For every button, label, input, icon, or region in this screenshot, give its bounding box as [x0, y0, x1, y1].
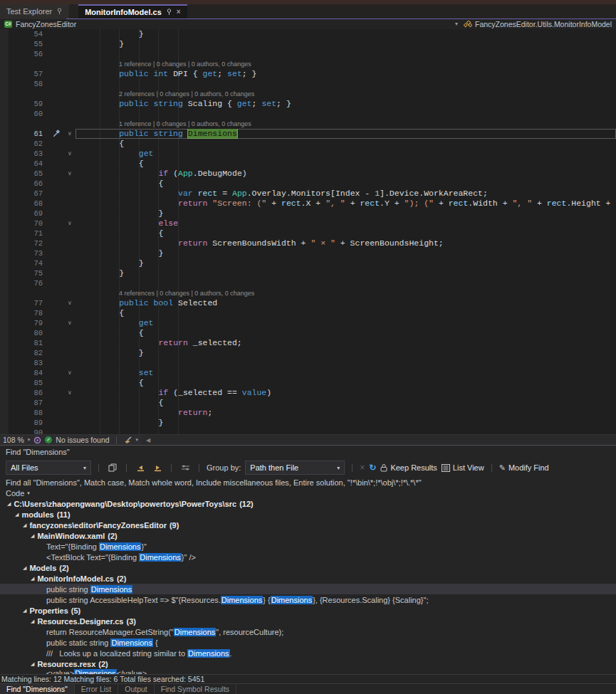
fold-chevron-icon[interactable]: ∨ [64, 298, 75, 308]
fold-chevron-icon[interactable]: ∨ [64, 219, 75, 228]
modify-find-button[interactable]: ✎ Modify Find [499, 463, 549, 473]
fold-chevron-icon[interactable]: ∨ [64, 169, 75, 179]
chevron-down-icon[interactable]: ▾ [455, 21, 458, 27]
code-line[interactable]: 79∨ get [0, 318, 616, 328]
refresh-icon[interactable]: ↻ [369, 463, 376, 473]
fold-chevron-icon[interactable]: ∨ [64, 388, 75, 398]
tab-monitorinfomodel[interactable]: MonitorInfoModel.cs × [78, 4, 187, 19]
code-line[interactable]: 82 } [0, 348, 616, 358]
code-line[interactable]: 56 [0, 49, 616, 59]
tree-group-row[interactable]: ◢MainWindow.xaml(2) [0, 530, 616, 541]
code-cleanup-broom-icon[interactable] [123, 436, 132, 444]
keep-results-button[interactable]: Keep Results [380, 463, 437, 472]
code-line[interactable]: 78 { [0, 308, 616, 318]
result-type-filter[interactable]: Code ▾ [0, 488, 616, 498]
tree-group-row[interactable]: ◢Resources.resx(2) [0, 658, 616, 669]
code-line[interactable]: 60 [0, 109, 616, 119]
code-line[interactable]: 67 var rect = App.Overlay.Monitors[Index… [0, 189, 616, 199]
code-line[interactable]: 83 [0, 358, 616, 368]
code-line[interactable]: 88 return; [0, 408, 616, 418]
tree-group-row[interactable]: ◢modules(11) [0, 509, 616, 520]
tree-match-row[interactable]: return ResourceManager.GetString("Dimens… [0, 626, 616, 637]
pin-icon[interactable] [56, 8, 63, 15]
expander-icon[interactable]: ◢ [31, 533, 34, 539]
copy-icon[interactable] [106, 461, 119, 474]
breadcrumb-type[interactable]: FancyZonesEditor.Utils.MonitorInfoModel [475, 20, 612, 28]
next-location-icon[interactable] [151, 461, 164, 474]
code-line[interactable]: 63∨ get [0, 149, 616, 159]
tree-group-row[interactable]: ◢Models(2) [0, 562, 616, 573]
codelens-indicator[interactable]: 4 references | 0 changes | 0 authors, 0 … [119, 290, 254, 297]
code-line[interactable]: 76 [0, 278, 616, 288]
code-line[interactable]: 55 } [0, 39, 616, 49]
fold-chevron-icon[interactable]: ∨ [64, 149, 75, 159]
codelens-row[interactable]: 1 reference | 0 changes | 0 authors, 0 c… [0, 119, 616, 129]
code-line[interactable]: 86∨ if (_selected == value) [0, 388, 616, 398]
tree-group-row[interactable]: ◢MonitorInfoModel.cs(2) [0, 573, 616, 584]
code-line[interactable]: 77∨ public bool Selected [0, 298, 616, 308]
expander-icon[interactable]: ◢ [23, 608, 26, 614]
breadcrumb-project[interactable]: FancyZonesEditor [16, 20, 76, 28]
quick-actions-screwdriver-icon[interactable] [48, 129, 64, 139]
tab-find-symbol-results[interactable]: Find Symbol Results [155, 684, 236, 694]
codelens-row[interactable]: 2 references | 0 changes | 0 authors, 0 … [0, 89, 616, 99]
tree-match-row[interactable]: public static string Dimensions { [0, 637, 616, 648]
code-line[interactable]: 75 } [0, 268, 616, 278]
code-line[interactable]: 72 return ScreenBoundsWidth + " × " + Sc… [0, 238, 616, 248]
codelens-row[interactable]: 1 reference | 0 changes | 0 authors, 0 c… [0, 59, 616, 69]
close-icon[interactable]: × [177, 9, 181, 16]
tree-match-row[interactable]: /// Looks up a localized string similar … [0, 648, 616, 658]
code-line[interactable]: 84∨ set [0, 368, 616, 378]
code-line[interactable]: 66 { [0, 179, 616, 189]
scope-select[interactable]: All Files▾ [6, 461, 91, 475]
fold-chevron-icon[interactable]: ∨ [64, 318, 75, 328]
tree-match-row[interactable]: <value>Dimensions</value> [0, 669, 616, 674]
chevron-down-icon[interactable]: ▾ [28, 437, 31, 443]
tree-group-row[interactable]: ◢Resources.Designer.cs(3) [0, 616, 616, 626]
expander-icon[interactable]: ◢ [31, 576, 34, 582]
zoom-level-select[interactable]: 108 % [3, 436, 24, 444]
feedback-icon[interactable] [33, 436, 41, 444]
code-line[interactable]: 62 { [0, 139, 616, 149]
code-line[interactable]: 69 } [0, 209, 616, 219]
chevron-down-icon[interactable]: ▾ [136, 437, 139, 443]
code-line[interactable]: 85 { [0, 378, 616, 388]
list-view-button[interactable]: List View [442, 463, 484, 472]
scroll-left-icon[interactable]: ◀ [146, 437, 150, 443]
previous-location-icon[interactable] [134, 461, 147, 474]
pin-icon[interactable] [166, 9, 172, 16]
code-line[interactable]: 74 } [0, 258, 616, 268]
code-line[interactable]: 54 } [0, 29, 616, 39]
tree-group-row[interactable]: ◢Properties(5) [0, 605, 616, 616]
expander-icon[interactable]: ◢ [23, 522, 26, 528]
tab-test-explorer[interactable]: Test Explorer [0, 4, 69, 19]
group-by-select[interactable]: Path then File▾ [245, 461, 345, 475]
tree-group-row[interactable]: ◢fancyzones\editor\FancyZonesEditor(9) [0, 520, 616, 530]
code-line[interactable]: 59 public string Scaling { get; set; } [0, 99, 616, 109]
tab-find-dimensions[interactable]: Find "Dimensions" [0, 684, 75, 694]
horizontal-scrollbar[interactable]: ◀ [142, 435, 616, 445]
expander-icon[interactable]: ◢ [31, 661, 34, 667]
expander-icon[interactable]: ◢ [15, 512, 19, 517]
code-editor[interactable]: 54 }55 }561 reference | 0 changes | 0 au… [0, 29, 616, 434]
tab-error-list[interactable]: Error List [75, 684, 119, 694]
code-line[interactable]: 71 { [0, 228, 616, 238]
expander-icon[interactable]: ◢ [7, 501, 11, 507]
expander-icon[interactable]: ◢ [23, 565, 26, 571]
code-line[interactable]: 68 return "Screen: (" + rect.X + ", " + … [0, 199, 616, 209]
code-line[interactable]: 90 [0, 428, 616, 434]
expander-icon[interactable]: ◢ [31, 619, 34, 624]
codelens-indicator[interactable]: 2 references | 0 changes | 0 authors, 0 … [119, 90, 254, 98]
code-line[interactable]: 57 public int DPI { get; set; } [0, 69, 616, 79]
code-line[interactable]: 61∨ public string Dimensions [0, 129, 616, 139]
codelens-indicator[interactable]: 1 reference | 0 changes | 0 authors, 0 c… [119, 120, 251, 127]
tab-output[interactable]: Output [118, 684, 155, 694]
settings-sliders-icon[interactable] [179, 461, 192, 474]
code-line[interactable]: 70∨ else [0, 219, 616, 228]
health-status[interactable]: No issues found [56, 436, 109, 444]
code-line[interactable]: 80 { [0, 328, 616, 338]
code-line[interactable]: 73 } [0, 248, 616, 258]
code-line[interactable]: 81 return _selected; [0, 338, 616, 348]
tree-match-row[interactable]: public string Dimensions [0, 584, 616, 594]
tree-match-row[interactable]: Text="{Binding Dimensions}" [0, 541, 616, 552]
